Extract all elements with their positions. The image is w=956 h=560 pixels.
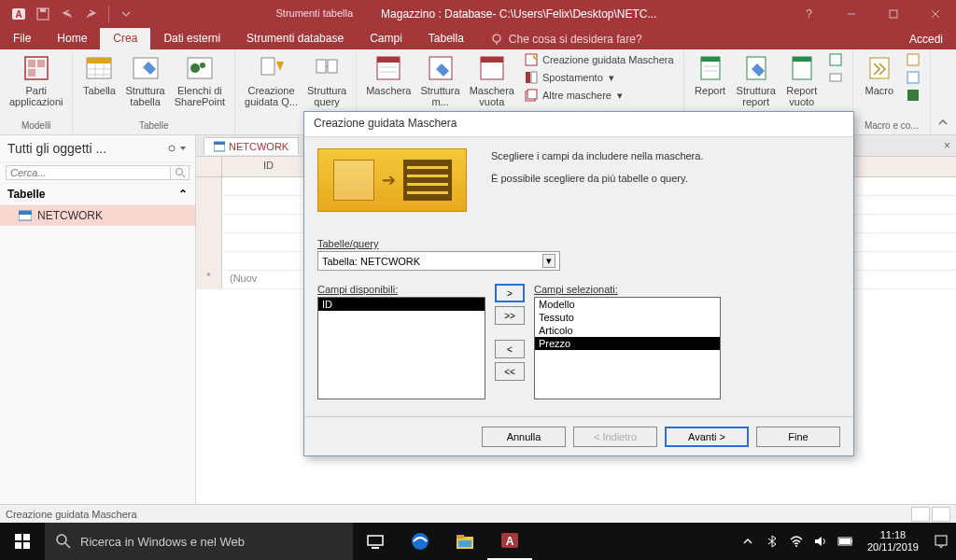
ribbon-tabella[interactable]: Tabella — [78, 51, 120, 98]
ribbon-macro[interactable]: Macro — [859, 51, 900, 98]
svg-rect-41 — [701, 57, 720, 62]
ribbon-report-vuoto[interactable]: Report vuoto — [781, 51, 822, 109]
tab-strumenti-database[interactable]: Strumenti database — [233, 28, 357, 49]
ribbon-maschera[interactable]: Maschera — [362, 51, 415, 98]
cancel-button[interactable]: Annulla — [482, 427, 566, 447]
query-design-icon — [312, 53, 342, 83]
ribbon-struttura-maschera[interactable]: Struttura m... — [416, 51, 463, 109]
column-id[interactable]: ID — [222, 157, 316, 176]
tray-chevron-up-icon[interactable] — [740, 534, 755, 549]
nav-item-netcwork[interactable]: NETCWORK — [0, 205, 195, 226]
svg-rect-76 — [851, 539, 852, 543]
table-icon — [19, 209, 32, 222]
ribbon-report-wizard[interactable] — [824, 51, 847, 68]
ribbon-report[interactable]: Report — [690, 51, 731, 98]
row-selector[interactable] — [196, 177, 222, 195]
list-item[interactable]: Tessuto — [535, 311, 720, 324]
add-field-button[interactable]: > — [495, 284, 525, 302]
more-forms-icon — [524, 88, 539, 103]
navigation-icon — [524, 70, 539, 85]
tray-volume-icon[interactable] — [813, 534, 828, 549]
list-item[interactable]: Prezzo — [535, 337, 720, 350]
taskbar-access[interactable]: A — [487, 523, 532, 560]
svg-point-53 — [169, 146, 175, 151]
ribbon-creazione-query[interactable]: Creazione guidata Q... — [241, 51, 302, 109]
ribbon-struttura-tabella[interactable]: Struttura tabella — [121, 51, 168, 109]
close-button[interactable] — [914, 0, 956, 27]
view-design-button[interactable] — [932, 507, 950, 522]
signin-link[interactable]: Accedi — [896, 29, 956, 49]
svg-line-65 — [65, 543, 70, 548]
finish-button[interactable]: Fine — [756, 427, 840, 447]
nav-search-input[interactable] — [6, 165, 171, 180]
ribbon-module[interactable] — [902, 51, 924, 68]
help-icon[interactable]: ? — [788, 0, 830, 27]
next-button[interactable]: Avanti > — [665, 427, 749, 447]
task-view-button[interactable] — [353, 523, 398, 560]
redo-icon[interactable] — [80, 3, 103, 25]
status-text: Creazione guidata Maschera — [6, 509, 911, 520]
nav-header[interactable]: Tutti gli oggetti ... — [0, 135, 195, 162]
tab-dati-esterni[interactable]: Dati esterni — [150, 28, 233, 49]
tray-notifications-icon[interactable] — [934, 534, 949, 549]
ribbon-elenchi-sharepoint[interactable]: Elenchi di SharePoint — [171, 51, 229, 109]
svg-rect-61 — [23, 534, 30, 540]
ribbon-maschera-vuota[interactable]: Maschera vuota — [466, 51, 518, 109]
ribbon-parti-applicazioni[interactable]: Parti applicazioni — [6, 51, 66, 109]
view-datasheet-button[interactable] — [911, 507, 930, 522]
datasheet-close-icon[interactable]: × — [944, 139, 950, 152]
taskbar-edge[interactable] — [398, 523, 443, 560]
tray-bluetooth-icon[interactable] — [765, 534, 780, 549]
add-all-fields-button[interactable]: >> — [495, 306, 525, 325]
svg-point-22 — [190, 63, 200, 73]
row-selector-header[interactable] — [196, 157, 222, 176]
ribbon-struttura-query[interactable]: Struttura query — [303, 51, 350, 109]
list-item[interactable]: Modello — [535, 298, 720, 311]
chevron-down-icon[interactable] — [167, 144, 188, 153]
tray-wifi-icon[interactable] — [789, 534, 804, 549]
taskbar-search[interactable]: Ricerca in Windows e nel Web — [45, 523, 353, 560]
tell-me-search[interactable]: Che cosa si desidera fare? — [477, 29, 655, 49]
available-fields-list[interactable]: ID — [317, 297, 485, 399]
start-button[interactable] — [0, 523, 45, 560]
save-icon[interactable] — [32, 3, 54, 25]
remove-field-button[interactable]: < — [495, 340, 525, 358]
tab-home[interactable]: Home — [44, 28, 100, 49]
search-icon[interactable] — [171, 165, 190, 180]
ribbon-altre-maschere[interactable]: Altre maschere▾ — [520, 87, 678, 104]
list-item[interactable]: Articolo — [535, 324, 720, 337]
maximize-button[interactable] — [872, 0, 914, 27]
undo-icon[interactable] — [56, 3, 78, 25]
taskbar-clock[interactable]: 11:18 20/11/2019 — [862, 529, 924, 553]
ribbon-collapse-icon[interactable] — [937, 118, 952, 133]
tray-battery-icon[interactable] — [837, 534, 852, 549]
ribbon-creazione-guidata-maschera[interactable]: Creazione guidata Maschera — [520, 51, 678, 68]
list-item[interactable]: ID — [318, 298, 485, 311]
ribbon-struttura-report[interactable]: Struttura report — [733, 51, 780, 109]
svg-rect-13 — [28, 69, 35, 77]
ribbon-labels[interactable] — [824, 69, 847, 86]
new-row-selector[interactable]: * — [196, 271, 222, 288]
qat-separator — [108, 6, 109, 22]
svg-rect-12 — [37, 60, 45, 67]
minimize-button[interactable] — [830, 0, 872, 27]
svg-rect-59 — [214, 142, 225, 145]
table-icon — [214, 141, 225, 152]
tab-tabella[interactable]: Tabella — [415, 28, 477, 49]
datasheet-tab[interactable]: NETCWORK — [204, 137, 299, 155]
chevron-down-icon: ▾ — [542, 254, 555, 268]
nav-group-tabelle[interactable]: Tabelle ⌃ — [0, 184, 195, 205]
qat-customize-icon[interactable] — [115, 3, 137, 25]
ribbon-spostamento[interactable]: Spostamento▾ — [520, 69, 678, 86]
ribbon-class-module[interactable] — [902, 69, 924, 86]
tab-campi[interactable]: Campi — [357, 28, 415, 49]
collapse-icon[interactable]: ⌃ — [178, 188, 188, 201]
ribbon-vb[interactable] — [902, 87, 924, 104]
remove-all-fields-button[interactable]: << — [495, 362, 525, 381]
taskbar-explorer[interactable] — [443, 523, 487, 560]
tab-file[interactable]: File — [0, 28, 44, 49]
tables-query-select[interactable]: Tabella: NETCWORK ▾ — [317, 251, 560, 271]
selected-fields-list[interactable]: Modello Tessuto Articolo Prezzo — [534, 297, 721, 399]
tab-crea[interactable]: Crea — [100, 28, 150, 49]
wizard-banner-image: ➔ — [317, 148, 467, 212]
